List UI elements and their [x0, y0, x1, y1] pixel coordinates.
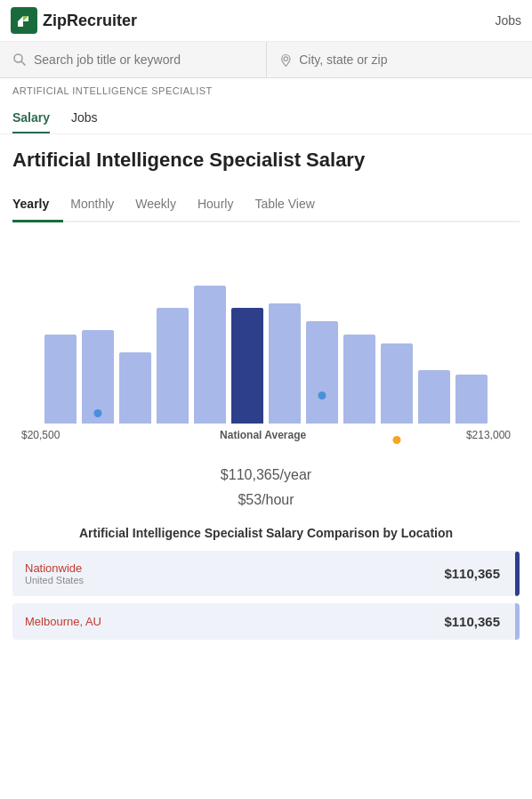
comp-salary-1: $110,365: [444, 614, 500, 629]
page-tabs: Salary Jobs: [0, 103, 532, 134]
bar-wrap-1: [82, 330, 114, 424]
bar-wrap-4: [194, 286, 226, 424]
search-icon: [12, 52, 27, 67]
bar-5: [231, 308, 263, 424]
svg-point-5: [284, 57, 288, 61]
page-title: Artificial Intelligence Specialist Salar…: [12, 149, 520, 172]
bar-wrap-6: [269, 303, 301, 424]
bar-wrap-8: [343, 335, 375, 424]
chart-min-label: $20,500: [21, 429, 60, 441]
svg-line-4: [21, 61, 25, 65]
chart-area: $20,500 National Average $213,000: [12, 237, 520, 441]
salary-amount: $110,365: [221, 467, 280, 482]
bar-wrap-10: [418, 370, 450, 424]
comparison-row-0[interactable]: NationwideUnited States$110,365: [12, 551, 520, 596]
job-search-input[interactable]: [34, 52, 254, 67]
bar-11: [455, 375, 488, 424]
salary-tabs: Yearly Monthly Weekly Hourly Table View: [12, 190, 520, 222]
salary-tab-tableview[interactable]: Table View: [254, 190, 328, 221]
bar-wrap-2: [119, 352, 151, 424]
comparison-section: Artificial Intelligence Specialist Salar…: [12, 526, 520, 640]
tab-salary[interactable]: Salary: [12, 103, 50, 133]
salary-hourly: $53/hour: [12, 492, 520, 508]
bar-3: [157, 308, 189, 424]
comp-name-1: Melbourne, AU: [25, 615, 444, 628]
comparison-rows: NationwideUnited States$110,365Melbourne…: [12, 551, 520, 640]
comp-info-0: NationwideUnited States: [25, 561, 444, 585]
header: ZipRecruiter Jobs: [0, 0, 532, 42]
dot-blue-7: [318, 391, 326, 400]
bar-wrap-5: [231, 308, 263, 424]
bar-2: [119, 352, 151, 424]
bar-8: [343, 335, 375, 424]
salary-tab-weekly[interactable]: Weekly: [135, 190, 190, 221]
salary-tab-hourly[interactable]: Hourly: [197, 190, 247, 221]
bar-4: [194, 286, 226, 424]
bar-wrap-11: [455, 375, 488, 424]
comp-accent-bar-0: [515, 552, 520, 596]
salary-display: $110,365/year: [12, 452, 520, 487]
chart-bars: [12, 246, 520, 424]
chart-max-label: $213,000: [466, 429, 511, 441]
logo-area: ZipRecruiter: [11, 7, 137, 34]
bar-10: [418, 370, 450, 424]
bar-wrap-9: [381, 343, 413, 424]
bar-6: [269, 303, 301, 424]
salary-main-value: $110,365/year: [221, 452, 311, 486]
salary-per-year: /year: [280, 467, 312, 482]
chart-labels: $20,500 National Average $213,000: [12, 424, 520, 441]
header-jobs-link[interactable]: Jobs: [495, 13, 521, 28]
bar-7: [306, 321, 338, 424]
comp-salary-0: $110,365: [444, 566, 500, 581]
location-icon: [279, 52, 293, 67]
dot-blue-1: [94, 409, 102, 417]
comp-sub-0: United States: [25, 575, 444, 585]
ziprecruiter-logo-icon: [11, 7, 37, 34]
comparison-row-1[interactable]: Melbourne, AU$110,365: [12, 603, 520, 640]
location-input[interactable]: [299, 52, 520, 67]
comp-name-0: Nationwide: [25, 561, 444, 575]
bar-0: [44, 335, 77, 424]
location-field: [267, 42, 533, 77]
bar-9: [381, 343, 413, 424]
chart-national-label: National Average: [220, 429, 306, 441]
bar-wrap-7: [306, 321, 338, 424]
tab-jobs[interactable]: Jobs: [71, 103, 98, 133]
comp-info-1: Melbourne, AU: [25, 615, 444, 628]
logo-text: ZipRecruiter: [43, 12, 137, 30]
hourly-label: /hour: [262, 492, 294, 507]
hourly-amount: $53: [238, 492, 262, 507]
salary-tab-yearly[interactable]: Yearly: [12, 190, 63, 222]
comparison-title: Artificial Intelligence Specialist Salar…: [12, 526, 520, 540]
main-content: Artificial Intelligence Specialist Salar…: [0, 134, 532, 661]
breadcrumb: ARTIFICIAL INTELLIGENCE SPECIALIST: [0, 78, 532, 103]
search-bar: [0, 42, 532, 78]
job-search-field: [0, 42, 267, 77]
comp-accent-bar-1: [515, 603, 520, 640]
dot-orange-9: [393, 436, 401, 444]
bar-wrap-0: [44, 335, 77, 424]
salary-tab-monthly[interactable]: Monthly: [70, 190, 128, 221]
bar-wrap-3: [157, 308, 189, 424]
